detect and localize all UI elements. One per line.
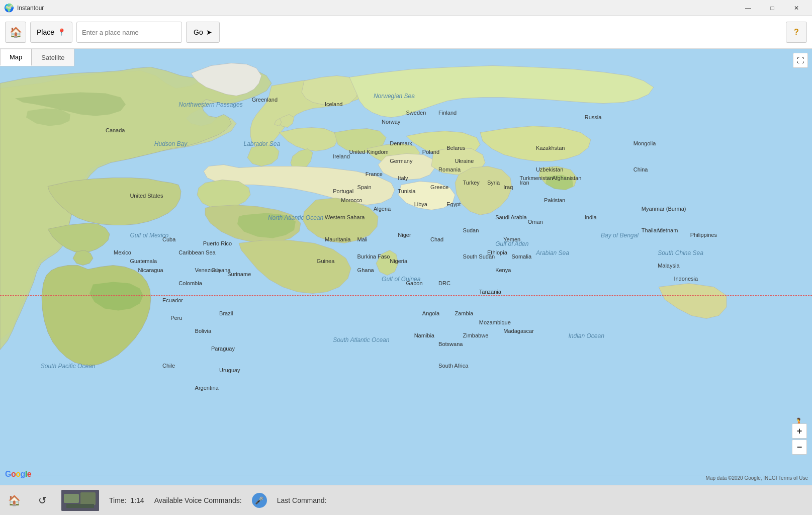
- time-value: 1:14: [130, 496, 144, 504]
- world-map: [0, 49, 812, 485]
- app-icon: 🌍: [4, 3, 14, 13]
- svg-rect-2: [64, 494, 79, 503]
- tab-map[interactable]: Map: [0, 49, 32, 66]
- place-label: Place: [37, 28, 54, 36]
- statusbar: 🏠 ↺ Time: 1:14 Available Voice Commands:…: [0, 485, 812, 515]
- home-icon: 🏠: [10, 26, 22, 38]
- fullscreen-button[interactable]: ⛶: [793, 53, 808, 68]
- help-icon: ?: [794, 28, 799, 37]
- status-refresh-icon: ↺: [38, 495, 47, 506]
- zoom-in-button[interactable]: +: [792, 423, 807, 439]
- titlebar-controls: — □ ✕: [737, 0, 808, 16]
- status-thumbnail: [61, 490, 99, 511]
- status-home-button[interactable]: 🏠: [5, 491, 23, 509]
- svg-rect-3: [80, 492, 96, 505]
- place-icon: 📍: [57, 28, 66, 36]
- status-home-icon: 🏠: [8, 495, 21, 506]
- home-button[interactable]: 🏠: [5, 22, 26, 43]
- titlebar-title: Instantour: [17, 5, 44, 12]
- voice-commands-label: Available Voice Commands:: [154, 496, 242, 504]
- titlebar: 🌍 Instantour — □ ✕: [0, 0, 812, 16]
- close-button[interactable]: ✕: [785, 0, 808, 16]
- titlebar-left: 🌍 Instantour: [4, 3, 44, 13]
- map-tabs: Map Satellite: [0, 49, 74, 66]
- go-arrow-icon: ➤: [206, 28, 212, 36]
- tab-satellite[interactable]: Satellite: [32, 49, 74, 66]
- zoom-out-button[interactable]: −: [792, 440, 807, 455]
- last-command-label: Last Command:: [277, 496, 327, 504]
- place-button[interactable]: Place 📍: [30, 22, 72, 43]
- maximize-button[interactable]: □: [761, 0, 784, 16]
- go-button[interactable]: Go ➤: [186, 22, 220, 43]
- time-label: Time:: [109, 496, 126, 504]
- minimize-button[interactable]: —: [737, 0, 760, 16]
- status-refresh-button[interactable]: ↺: [33, 491, 51, 509]
- help-button[interactable]: ?: [786, 22, 807, 43]
- thumbnail-preview: [61, 490, 99, 511]
- zoom-controls: + −: [792, 423, 807, 455]
- microphone-button[interactable]: 🎤: [252, 493, 267, 508]
- search-input[interactable]: [76, 22, 182, 43]
- svg-rect-4: [66, 504, 94, 508]
- map-attribution: Map data ©2020 Google, INEGI Terms of Us…: [706, 475, 808, 481]
- google-logo: Google: [5, 470, 31, 479]
- toolbar: 🏠 Place 📍 Go ➤ ?: [0, 16, 812, 49]
- status-time: Time: 1:14: [109, 496, 144, 504]
- fullscreen-icon: ⛶: [797, 56, 804, 64]
- mic-icon: 🎤: [255, 496, 263, 504]
- go-label: Go: [194, 28, 203, 36]
- map-container[interactable]: Map Satellite: [0, 49, 812, 485]
